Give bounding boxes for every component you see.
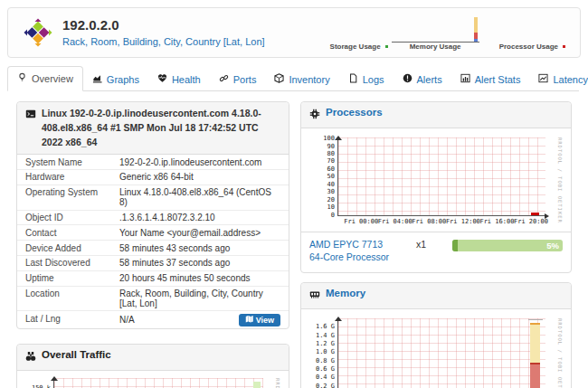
- y-axis-tick: 50: [308, 174, 335, 180]
- usage-graphs-strip: Storage Usage Memory Usage Processor Usa…: [330, 14, 565, 51]
- graph-mark: [528, 319, 542, 320]
- row-value: 58 minutes 37 seconds ago: [119, 258, 280, 268]
- system-description: Linux 192-0-2-0.ip.linodeusercontent.com…: [42, 107, 280, 149]
- graph-mark: [531, 213, 539, 215]
- rrdtool-watermark: RRDTOOL / TOBI OETIKER: [275, 378, 280, 388]
- y-axis-tick: 0.4 G: [308, 374, 335, 381]
- storage-usage-minigraph[interactable]: Storage Usage: [330, 43, 388, 51]
- memory-header: Memory: [301, 283, 571, 309]
- y-axis-tick: 1.4 G: [308, 333, 335, 339]
- row-label: Operating System: [25, 187, 119, 207]
- y-axis-tick: 90: [308, 144, 335, 150]
- overall-traffic-graph[interactable]: 150 k100 k50 k0Fri 00:00Fri 04:00Fri 08:…: [23, 373, 283, 388]
- x-axis-tick: Fri 00:00: [344, 218, 378, 225]
- memory-title-link[interactable]: Memory: [326, 288, 365, 298]
- x-axis-tick: Fri 04:00: [378, 218, 413, 225]
- tab-inventory[interactable]: Inventory: [265, 68, 338, 91]
- rrdtool-watermark: RRDTOOL / TOBI OETIKER: [557, 318, 563, 388]
- tab-alert-stats[interactable]: Alert Stats: [451, 68, 530, 91]
- y-axis-tick: 1.0 G: [308, 349, 335, 355]
- processor-usage-label: Processor Usage: [499, 43, 558, 51]
- area-chart-icon: [92, 73, 102, 85]
- memory-usage-sparkline: [392, 14, 479, 43]
- x-axis-tick: Fri 20:00: [514, 218, 548, 225]
- storage-usage-mark: [385, 45, 388, 48]
- row-value: Rack, Room, Building, City, Country [Lat…: [119, 289, 280, 308]
- device-location-link[interactable]: Rack, Room, Building, City, Country [Lat…: [62, 36, 265, 47]
- row-value: 20 hours 45 minutes 50 seconds: [119, 273, 280, 283]
- system-info-header: Linux 192-0-2-0.ip.linodeusercontent.com…: [17, 102, 289, 155]
- system-info-panel: Linux 192-0-2-0.ip.linodeusercontent.com…: [16, 101, 289, 329]
- memory-graph[interactable]: 1.6 G1.4 G1.2 G1.0 G0.8 G0.6 G0.4 G0.2 G…: [307, 313, 565, 388]
- processor-usage-minigraph[interactable]: Processor Usage: [499, 43, 565, 51]
- tab-health[interactable]: Health: [148, 68, 210, 91]
- tab-latency[interactable]: Latency: [529, 68, 588, 91]
- y-axis-tick: 1.6 G: [308, 324, 335, 330]
- cpu-usage-percent: 5%: [546, 240, 559, 251]
- tab-bar: OverviewGraphsHealthPortsInventoryLogsAl…: [7, 66, 588, 90]
- tab-bar-row: OverviewGraphsHealthPortsInventoryLogsAl…: [7, 65, 579, 91]
- graph-mark: [530, 364, 540, 388]
- y-axis-tick: 40: [308, 182, 335, 188]
- tab-graphs[interactable]: Graphs: [83, 68, 148, 91]
- rrdtool-watermark: RRDTOOL / TOBI OETIKER: [557, 137, 563, 223]
- tab-logs[interactable]: Logs: [339, 68, 394, 91]
- memory-usage-label: Memory Usage: [410, 43, 461, 51]
- table-row: Object ID.1.3.6.1.4.1.8072.3.2.10: [17, 210, 289, 225]
- table-row: Uptime20 hours 45 minutes 50 seconds: [17, 270, 289, 286]
- heartbeat-icon: [157, 73, 167, 85]
- overall-traffic-panel: Overall Traffic 150 k100 k50 k0Fri 00:00…: [16, 344, 289, 388]
- traffic-plot-area: 150 k100 k50 k0Fri 00:00Fri 04:00Fri 08:…: [53, 378, 263, 388]
- centos-logo-icon: [24, 18, 52, 47]
- left-column: Linux 192-0-2-0.ip.linodeusercontent.com…: [16, 101, 289, 388]
- cpu-usage-fill: [452, 240, 458, 251]
- view-location-button[interactable]: View: [239, 314, 280, 326]
- file-icon: [348, 73, 358, 85]
- row-label: Object ID: [25, 213, 119, 222]
- row-value: .1.3.6.1.4.1.8072.3.2.10: [119, 213, 280, 222]
- cpu-chip-icon: [309, 107, 320, 123]
- row-label: Location: [25, 289, 119, 308]
- system-info-table: System Name192-0-2-0.ip.linodeuserconten…: [17, 155, 289, 328]
- x-axis-tick: Fri 12:00: [446, 218, 480, 225]
- table-row: System Name192-0-2-0.ip.linodeuserconten…: [17, 155, 289, 169]
- row-label: Last Discovered: [25, 258, 119, 268]
- y-axis-tick: 0.8 G: [308, 358, 335, 364]
- memory-stick-icon: [309, 288, 320, 304]
- graph-mark: [530, 325, 540, 363]
- tab-overview[interactable]: Overview: [7, 66, 83, 91]
- storage-usage-label: Storage Usage: [330, 43, 381, 51]
- row-label: Uptime: [25, 273, 119, 283]
- link-icon: [219, 73, 229, 85]
- memory-usage-minigraph[interactable]: Memory Usage: [392, 14, 479, 51]
- y-axis-tick: 60: [308, 166, 335, 173]
- line-chart-icon: [538, 73, 548, 85]
- row-label: Lat / Lng: [25, 314, 119, 326]
- overall-traffic-header: Overall Traffic: [17, 345, 289, 371]
- table-row: Lat / LngN/AView: [17, 310, 289, 328]
- cpu-count: x1: [416, 239, 426, 250]
- tab-ports[interactable]: Ports: [210, 68, 266, 91]
- processors-title-link[interactable]: Processors: [326, 107, 383, 118]
- cpu-name-link[interactable]: AMD EPYC 7713 64-Core Processor: [309, 238, 407, 263]
- processors-plot-area: 1009080706050403020100Fri 00:00Fri 04:00…: [337, 137, 545, 216]
- lightbulb-icon: [17, 72, 27, 84]
- y-axis-tick: 0.2 G: [308, 383, 335, 388]
- y-axis-tick: 20: [308, 197, 335, 203]
- table-row: Last Discovered58 minutes 37 seconds ago: [17, 255, 289, 270]
- graph-mark: [253, 382, 261, 388]
- y-axis-tick: 30: [308, 189, 335, 195]
- row-value: 192-0-2-0.ip.linodeusercontent.com: [119, 157, 280, 167]
- row-label: System Name: [25, 157, 119, 167]
- binoculars-icon: [25, 349, 36, 365]
- processors-graph[interactable]: 1009080706050403020100Fri 00:00Fri 04:00…: [307, 132, 565, 228]
- tab-alerts[interactable]: Alerts: [394, 68, 451, 91]
- cube-icon: [274, 73, 284, 85]
- graph-mark: [530, 323, 540, 325]
- row-label: Contact: [25, 228, 119, 238]
- table-row: LocationRack, Room, Building, City, Coun…: [17, 286, 289, 311]
- librenms-device-overview-page: 192.0.2.0 Rack, Room, Building, City, Co…: [0, 0, 588, 388]
- memory-panel: Memory 1.6 G1.4 G1.2 G1.0 G0.8 G0.6 G0.4…: [300, 282, 572, 388]
- row-value: Your Name <your@email.address>: [119, 228, 280, 238]
- y-axis-tick: 0: [308, 213, 335, 219]
